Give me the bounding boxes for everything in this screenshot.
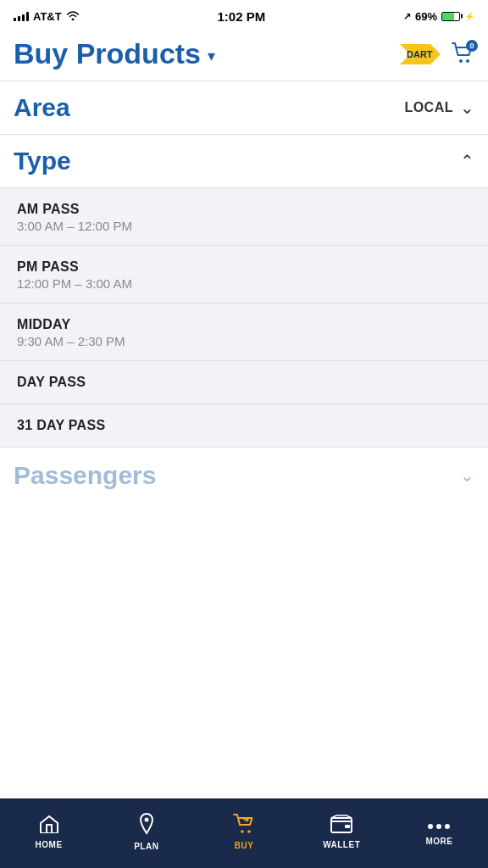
nav-label-buy: BUY bbox=[235, 841, 254, 850]
svg-point-9 bbox=[428, 824, 433, 829]
nav-item-home[interactable]: HOME bbox=[0, 799, 97, 868]
wallet-icon bbox=[330, 815, 352, 837]
nav-item-plan[interactable]: PLAN bbox=[97, 799, 195, 868]
wifi-icon bbox=[66, 10, 80, 23]
passengers-title: Passengers bbox=[14, 461, 156, 490]
plan-icon bbox=[138, 813, 155, 838]
cart-button[interactable]: 0 bbox=[451, 42, 474, 67]
status-bar: AT&T 1:02 PM ↗ 69% ⚡ bbox=[0, 0, 488, 31]
nav-label-plan: PLAN bbox=[134, 842, 158, 851]
status-time: 1:02 PM bbox=[217, 9, 265, 24]
passengers-header[interactable]: Passengers ⌄ bbox=[0, 448, 488, 504]
pass-item-am[interactable]: AM PASS 3:00 AM – 12:00 PM bbox=[0, 188, 488, 246]
title-group[interactable]: Buy Products ▾ bbox=[14, 37, 215, 70]
svg-point-4 bbox=[144, 818, 148, 822]
header-icons: DART 0 bbox=[400, 39, 474, 70]
pass-item-pm[interactable]: PM PASS 12:00 PM – 3:00 AM bbox=[0, 246, 488, 303]
buy-icon bbox=[233, 814, 255, 837]
battery-icon bbox=[441, 12, 460, 21]
nav-label-home: HOME bbox=[36, 840, 63, 849]
charging-icon: ⚡ bbox=[464, 12, 474, 21]
location-arrow-icon: ↗ bbox=[403, 11, 411, 22]
svg-point-5 bbox=[241, 830, 244, 833]
svg-rect-8 bbox=[345, 825, 350, 828]
status-left: AT&T bbox=[14, 10, 80, 23]
area-chevron-icon: ⌄ bbox=[460, 97, 474, 118]
more-icon bbox=[427, 818, 451, 833]
area-header[interactable]: Area LOCAL ⌄ bbox=[0, 81, 488, 134]
nav-label-more: MORE bbox=[425, 837, 452, 846]
pass-item-day[interactable]: DAY PASS bbox=[0, 361, 488, 404]
type-title: Type bbox=[14, 147, 71, 175]
svg-point-10 bbox=[436, 824, 441, 829]
passengers-section: Passengers ⌄ bbox=[0, 447, 488, 504]
pass-item-31day[interactable]: 31 DAY PASS bbox=[0, 404, 488, 447]
status-right: ↗ 69% ⚡ bbox=[403, 10, 474, 23]
title-dropdown-arrow[interactable]: ▾ bbox=[208, 47, 215, 65]
carrier-label: AT&T bbox=[33, 10, 62, 23]
pass-time: 9:30 AM – 2:30 PM bbox=[17, 334, 471, 348]
svg-text:DART: DART bbox=[407, 49, 433, 59]
signal-icon bbox=[14, 12, 29, 21]
svg-point-6 bbox=[247, 830, 251, 833]
svg-point-3 bbox=[466, 59, 469, 63]
page-title: Buy Products bbox=[14, 37, 201, 70]
nav-item-more[interactable]: MORE bbox=[391, 799, 488, 868]
pass-name: PM PASS bbox=[17, 259, 471, 275]
type-header[interactable]: Type ⌃ bbox=[0, 135, 488, 188]
area-right[interactable]: LOCAL ⌄ bbox=[404, 97, 474, 118]
pass-time: 3:00 AM – 12:00 PM bbox=[17, 219, 471, 233]
nav-item-buy[interactable]: BUY bbox=[195, 799, 292, 868]
area-value: LOCAL bbox=[404, 100, 453, 115]
content-spacer bbox=[0, 504, 488, 798]
svg-point-11 bbox=[445, 824, 450, 829]
pass-name: AM PASS bbox=[17, 202, 471, 217]
pass-list: AM PASS 3:00 AM – 12:00 PM PM PASS 12:00… bbox=[0, 188, 488, 447]
pass-name: DAY PASS bbox=[17, 375, 471, 390]
page-header: Buy Products ▾ DART 0 bbox=[0, 31, 488, 81]
area-section: Area LOCAL ⌄ bbox=[0, 81, 488, 135]
type-section: Type ⌃ AM PASS 3:00 AM – 12:00 PM PM PAS… bbox=[0, 135, 488, 447]
type-chevron-icon: ⌃ bbox=[460, 151, 474, 171]
bottom-nav: HOME PLAN BUY bbox=[0, 798, 488, 868]
dart-logo: DART bbox=[400, 39, 441, 70]
pass-name: MIDDAY bbox=[17, 317, 471, 332]
passengers-chevron-icon: ⌄ bbox=[460, 465, 474, 486]
pass-item-midday[interactable]: MIDDAY 9:30 AM – 2:30 PM bbox=[0, 303, 488, 361]
battery-percent: 69% bbox=[415, 10, 437, 23]
nav-item-wallet[interactable]: WALLET bbox=[293, 799, 391, 868]
area-title: Area bbox=[14, 93, 70, 122]
pass-name: 31 DAY PASS bbox=[17, 418, 471, 433]
nav-label-wallet: WALLET bbox=[323, 840, 360, 849]
svg-point-2 bbox=[459, 59, 463, 63]
pass-time: 12:00 PM – 3:00 AM bbox=[17, 276, 471, 291]
cart-badge: 0 bbox=[466, 40, 478, 52]
home-icon bbox=[39, 815, 59, 837]
